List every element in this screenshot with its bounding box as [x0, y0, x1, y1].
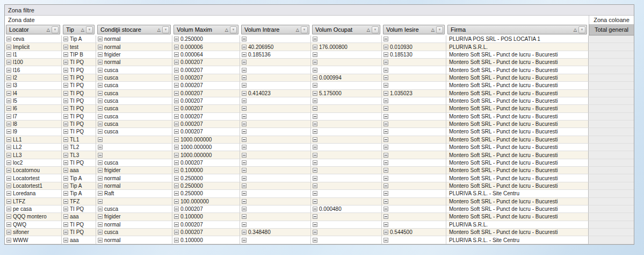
collapse-icon[interactable] — [6, 129, 11, 134]
collapse-icon[interactable] — [242, 191, 247, 196]
collapse-icon[interactable] — [98, 191, 103, 196]
cell-grand-total[interactable] — [588, 105, 634, 112]
collapse-icon[interactable] — [242, 75, 247, 80]
collapse-icon[interactable] — [313, 129, 317, 134]
table-row[interactable]: l7 TI PQ cusca 0.000207 Montero Soft SRL… — [5, 113, 634, 121]
collapse-icon[interactable] — [174, 98, 179, 103]
field-header-volum-intrare[interactable]: Volum Intrare △ ▼ — [241, 25, 309, 34]
collapse-icon[interactable] — [313, 230, 317, 235]
collapse-icon[interactable] — [383, 106, 388, 111]
table-row[interactable]: loc2 TI PQ cusca 0.000207 Montero Soft S… — [5, 159, 634, 167]
field-header-volum-maxim[interactable]: Volum Maxim △ ▼ — [173, 25, 238, 34]
filter-dropdown-button[interactable]: ▼ — [301, 26, 308, 33]
collapse-icon[interactable] — [242, 176, 247, 181]
collapse-icon[interactable] — [6, 98, 11, 103]
collapse-icon[interactable] — [242, 106, 247, 111]
collapse-icon[interactable] — [63, 129, 68, 134]
cell-grand-total[interactable] — [588, 190, 634, 197]
collapse-icon[interactable] — [242, 168, 247, 173]
collapse-icon[interactable] — [313, 145, 317, 150]
table-row[interactable]: Locatornou aaa frigider 0.100000 Montero… — [5, 167, 634, 174]
collapse-icon[interactable] — [6, 60, 11, 65]
table-row[interactable]: QQQ montero aaa frigider 0.100000 Monter… — [5, 213, 634, 221]
table-row[interactable]: l3 TI PQ cusca 0.000207 Montero Soft SRL… — [5, 82, 634, 89]
cell-grand-total[interactable] — [588, 74, 634, 82]
collapse-icon[interactable] — [98, 45, 103, 49]
filter-dropdown-button[interactable]: ▼ — [52, 26, 59, 33]
collapse-icon[interactable] — [313, 45, 317, 49]
collapse-icon[interactable] — [63, 91, 68, 96]
table-row[interactable]: l16 TI PQ cusca 0.000207 Montero Soft SR… — [5, 66, 634, 74]
collapse-icon[interactable] — [242, 214, 247, 219]
collapse-icon[interactable] — [6, 91, 11, 96]
collapse-icon[interactable] — [98, 106, 103, 111]
table-row[interactable]: pe casa TI PQ cusca 0.000207 0.000480 Mo… — [5, 206, 634, 213]
collapse-icon[interactable] — [174, 68, 179, 73]
columns-zone-drop-area[interactable]: Zona coloane — [589, 16, 634, 24]
collapse-icon[interactable] — [63, 122, 68, 126]
table-row[interactable]: l9 TI PQ cusca 0.000207 Montero Soft SRL… — [5, 128, 634, 136]
field-header-volum-iesire[interactable]: Volum Iesire △ ▼ — [383, 25, 445, 34]
collapse-icon[interactable] — [98, 207, 103, 211]
collapse-icon[interactable] — [174, 183, 179, 188]
collapse-icon[interactable] — [242, 60, 247, 65]
data-zone-drop-area[interactable]: Zona date — [5, 16, 589, 24]
collapse-icon[interactable] — [6, 230, 11, 235]
collapse-icon[interactable] — [174, 122, 179, 126]
collapse-icon[interactable] — [63, 106, 68, 111]
collapse-icon[interactable] — [174, 91, 179, 96]
collapse-icon[interactable] — [242, 114, 247, 119]
collapse-icon[interactable] — [383, 230, 388, 235]
collapse-icon[interactable] — [174, 45, 179, 49]
cell-grand-total[interactable] — [588, 121, 634, 128]
collapse-icon[interactable] — [242, 222, 247, 227]
collapse-icon[interactable] — [313, 160, 317, 165]
collapse-icon[interactable] — [98, 83, 103, 88]
collapse-icon[interactable] — [174, 199, 179, 204]
collapse-icon[interactable] — [63, 45, 68, 49]
collapse-icon[interactable] — [174, 191, 179, 196]
collapse-icon[interactable] — [98, 137, 103, 142]
table-row[interactable]: WWW aaa normal 0.100000 PLURIVA S.R.L. -… — [5, 236, 634, 244]
collapse-icon[interactable] — [6, 122, 11, 126]
table-row[interactable]: LL1 TL1 1000.000000 Montero Soft SRL - P… — [5, 136, 634, 144]
collapse-icon[interactable] — [242, 37, 247, 41]
collapse-icon[interactable] — [313, 114, 317, 119]
collapse-icon[interactable] — [383, 129, 388, 134]
collapse-icon[interactable] — [383, 238, 388, 243]
collapse-icon[interactable] — [383, 153, 388, 158]
collapse-icon[interactable] — [383, 176, 388, 181]
collapse-icon[interactable] — [98, 238, 103, 243]
collapse-icon[interactable] — [6, 207, 11, 211]
collapse-icon[interactable] — [6, 199, 11, 204]
collapse-icon[interactable] — [242, 199, 247, 204]
collapse-icon[interactable] — [313, 183, 317, 188]
collapse-icon[interactable] — [242, 230, 247, 235]
collapse-icon[interactable] — [6, 68, 11, 73]
collapse-icon[interactable] — [313, 238, 317, 243]
collapse-icon[interactable] — [63, 68, 68, 73]
collapse-icon[interactable] — [98, 52, 103, 57]
field-header-locator[interactable]: Locator △ ▼ — [6, 25, 60, 34]
filter-dropdown-button[interactable]: ▼ — [578, 26, 585, 33]
collapse-icon[interactable] — [242, 45, 247, 49]
collapse-icon[interactable] — [98, 230, 103, 235]
collapse-icon[interactable] — [383, 214, 388, 219]
collapse-icon[interactable] — [383, 98, 388, 103]
filter-dropdown-button[interactable]: ▼ — [436, 26, 443, 33]
table-row[interactable]: Loredana Tip A Raft 0.250000 PLURIVA S.R… — [5, 190, 634, 197]
table-row[interactable]: Locatortest1 Tip A normal 0.250000 Monte… — [5, 182, 634, 190]
cell-grand-total[interactable] — [588, 206, 634, 213]
collapse-icon[interactable] — [63, 60, 68, 65]
collapse-icon[interactable] — [313, 222, 317, 227]
collapse-icon[interactable] — [383, 207, 388, 211]
collapse-icon[interactable] — [313, 168, 317, 173]
collapse-icon[interactable] — [313, 60, 317, 65]
collapse-icon[interactable] — [98, 98, 103, 103]
filter-dropdown-button[interactable]: ▼ — [230, 26, 237, 33]
collapse-icon[interactable] — [6, 153, 11, 158]
collapse-icon[interactable] — [63, 75, 68, 80]
collapse-icon[interactable] — [6, 191, 11, 196]
collapse-icon[interactable] — [63, 230, 68, 235]
cell-grand-total[interactable] — [588, 66, 634, 74]
